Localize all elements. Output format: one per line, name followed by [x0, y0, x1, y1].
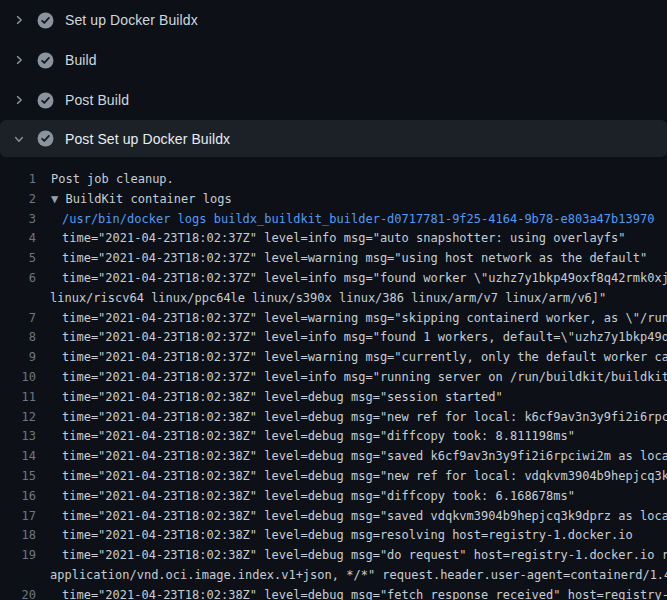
log-line: 14time="2021-04-23T18:02:38Z" level=debu…: [0, 447, 667, 467]
log-line: 13time="2021-04-23T18:02:38Z" level=debu…: [0, 427, 667, 447]
step-label: Build: [65, 52, 97, 68]
log-line-text: time="2021-04-23T18:02:38Z" level=debug …: [62, 586, 667, 600]
chevron-right-icon: [13, 14, 25, 26]
collapse-triangle-icon[interactable]: ▼: [51, 192, 58, 206]
log-line-text: time="2021-04-23T18:02:38Z" level=debug …: [62, 388, 503, 408]
log-line: 2▼ BuildKit container logs: [0, 190, 667, 210]
log-line: 20time="2021-04-23T18:02:38Z" level=debu…: [0, 586, 667, 600]
log-line: 15time="2021-04-23T18:02:38Z" level=debu…: [0, 467, 667, 487]
log-line-number[interactable]: 6: [0, 269, 36, 289]
log-line-text: time="2021-04-23T18:02:37Z" level=warnin…: [62, 309, 667, 329]
log-line: 5time="2021-04-23T18:02:37Z" level=warni…: [0, 249, 667, 269]
log-line-text: time="2021-04-23T18:02:37Z" level=warnin…: [62, 249, 647, 269]
log-line-text: time="2021-04-23T18:02:37Z" level=warnin…: [62, 348, 667, 368]
log-line: 3/usr/bin/docker logs buildx_buildkit_bu…: [0, 210, 667, 230]
step-row-post-set-up-docker-buildx[interactable]: Post Set up Docker Buildx: [0, 120, 667, 157]
log-line-number[interactable]: 8: [0, 328, 36, 348]
log-line-text: time="2021-04-23T18:02:37Z" level=info m…: [62, 328, 667, 348]
log-line-text: time="2021-04-23T18:02:38Z" level=debug …: [62, 487, 575, 507]
step-row-post-build[interactable]: Post Build: [0, 80, 667, 120]
log-line: linux/riscv64 linux/ppc64le linux/s390x …: [0, 289, 667, 309]
log-line: 12time="2021-04-23T18:02:38Z" level=debu…: [0, 408, 667, 428]
step-label: Post Set up Docker Buildx: [65, 131, 230, 147]
log-line-text: time="2021-04-23T18:02:38Z" level=debug …: [62, 526, 633, 546]
log-line-text: time="2021-04-23T18:02:38Z" level=debug …: [62, 408, 667, 428]
log-line-text: time="2021-04-23T18:02:37Z" level=info m…: [62, 229, 626, 249]
log-line: 18time="2021-04-23T18:02:38Z" level=debu…: [0, 526, 667, 546]
log-area: 1Post job cleanup.2▼ BuildKit container …: [0, 157, 667, 600]
log-line-text: time="2021-04-23T18:02:37Z" level=info m…: [62, 368, 667, 388]
log-line-text: time="2021-04-23T18:02:38Z" level=debug …: [62, 427, 575, 447]
log-line-number[interactable]: 18: [0, 526, 36, 546]
chevron-down-icon: [13, 133, 25, 145]
log-line-number[interactable]: 4: [0, 229, 36, 249]
log-line-number[interactable]: 12: [0, 408, 36, 428]
log-line: 17time="2021-04-23T18:02:38Z" level=debu…: [0, 507, 667, 527]
log-line: 6time="2021-04-23T18:02:37Z" level=info …: [0, 269, 667, 289]
log-line-number[interactable]: 7: [0, 309, 36, 329]
log-line: 11time="2021-04-23T18:02:38Z" level=debu…: [0, 388, 667, 408]
log-line-number[interactable]: 9: [0, 348, 36, 368]
log-command-text: /usr/bin/docker logs buildx_buildkit_bui…: [62, 210, 654, 230]
log-line-number[interactable]: 2: [0, 190, 36, 210]
log-group-title: BuildKit container logs: [65, 192, 231, 206]
log-line-number[interactable]: 20: [0, 586, 36, 600]
log-line-text: linux/riscv64 linux/ppc64le linux/s390x …: [50, 289, 606, 309]
log-line-text: time="2021-04-23T18:02:38Z" level=debug …: [62, 507, 667, 527]
log-line-text: application/vnd.oci.image.index.v1+json,…: [50, 566, 667, 586]
log-line-number[interactable]: 14: [0, 447, 36, 467]
log-line-number[interactable]: 1: [0, 170, 36, 190]
log-line-number[interactable]: 3: [0, 210, 36, 230]
step-row-set-up-docker-buildx[interactable]: Set up Docker Buildx: [0, 0, 667, 40]
log-line: 19time="2021-04-23T18:02:38Z" level=debu…: [0, 546, 667, 566]
log-line-text: time="2021-04-23T18:02:38Z" level=debug …: [62, 467, 667, 487]
step-label: Set up Docker Buildx: [65, 12, 198, 28]
log-line: 4time="2021-04-23T18:02:37Z" level=info …: [0, 229, 667, 249]
step-label: Post Build: [65, 92, 129, 108]
step-row-build[interactable]: Build: [0, 40, 667, 80]
log-line: application/vnd.oci.image.index.v1+json,…: [0, 566, 667, 586]
log-line-number[interactable]: 17: [0, 507, 36, 527]
log-line: 1Post job cleanup.: [0, 170, 667, 190]
log-line-text: Post job cleanup.: [51, 170, 174, 190]
check-circle-icon: [37, 12, 54, 29]
log-line: 8time="2021-04-23T18:02:37Z" level=info …: [0, 328, 667, 348]
log-line: 10time="2021-04-23T18:02:37Z" level=info…: [0, 368, 667, 388]
log-line-number[interactable]: 11: [0, 388, 36, 408]
log-line-text: time="2021-04-23T18:02:37Z" level=info m…: [62, 269, 667, 289]
log-line-text: time="2021-04-23T18:02:38Z" level=debug …: [62, 447, 667, 467]
check-circle-icon: [37, 52, 54, 69]
chevron-right-icon: [13, 94, 25, 106]
log-line: 9time="2021-04-23T18:02:37Z" level=warni…: [0, 348, 667, 368]
log-line-number[interactable]: 15: [0, 467, 36, 487]
log-line-number[interactable]: 19: [0, 546, 36, 566]
log-line-number: [0, 289, 36, 309]
log-line-number[interactable]: 10: [0, 368, 36, 388]
check-circle-icon: [37, 92, 54, 109]
log-line: 7time="2021-04-23T18:02:37Z" level=warni…: [0, 309, 667, 329]
log-line-number: [0, 566, 36, 586]
check-circle-icon: [37, 130, 54, 147]
log-line: 16time="2021-04-23T18:02:38Z" level=debu…: [0, 487, 667, 507]
log-line-number[interactable]: 16: [0, 487, 36, 507]
log-line-text: time="2021-04-23T18:02:38Z" level=debug …: [62, 546, 667, 566]
log-line-number[interactable]: 13: [0, 427, 36, 447]
steps-list: Set up Docker BuildxBuildPost BuildPost …: [0, 0, 667, 157]
chevron-right-icon: [13, 54, 25, 66]
log-line-number[interactable]: 5: [0, 249, 36, 269]
